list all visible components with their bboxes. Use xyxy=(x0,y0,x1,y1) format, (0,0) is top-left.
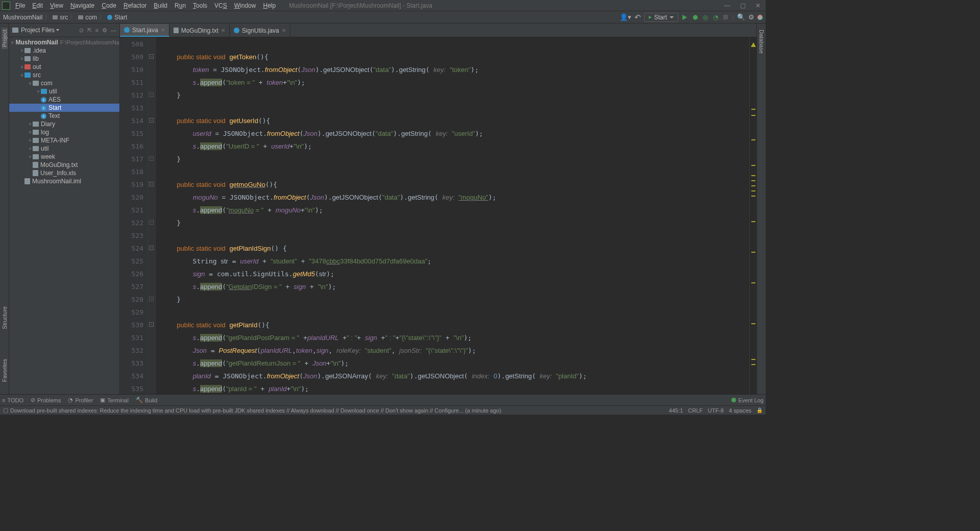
left-tool-tabs: Project Structure Favorites xyxy=(0,23,9,394)
editor-tabs: Start.java✕MoGuDing.txt✕SignUtils.java✕ xyxy=(120,23,756,37)
menu-navigate[interactable]: Navigate xyxy=(67,1,97,10)
dropdown-icon xyxy=(56,29,59,31)
menu-window[interactable]: Window xyxy=(231,1,259,10)
run-button[interactable] xyxy=(681,14,689,21)
event-log-tab[interactable]: Event Log xyxy=(738,397,764,403)
editor-tab[interactable]: MoGuDing.txt✕ xyxy=(169,24,230,37)
favorites-tool-tab[interactable]: Favorites xyxy=(2,357,8,384)
profiler-tab[interactable]: ◔ Profiler xyxy=(68,397,93,403)
crumb-3[interactable]: Start xyxy=(114,14,127,21)
tree-item[interactable]: vcom xyxy=(9,79,119,87)
tree-item[interactable]: >Diary xyxy=(9,120,119,128)
structure-tool-tab[interactable]: Structure xyxy=(2,304,8,331)
tree-item[interactable]: User_Info.xls xyxy=(9,169,119,177)
settings-icon[interactable]: ⚙ xyxy=(102,27,107,34)
tree-item[interactable]: >META-INF xyxy=(9,136,119,144)
code-editor[interactable]: public static void getToken(){ token = J… xyxy=(156,37,749,394)
warning-icon xyxy=(751,42,756,47)
line-separator[interactable]: CRLF xyxy=(688,407,703,414)
project-panel-header: Project Files ⊙ ⇱ ≡ ⚙ — xyxy=(9,23,119,37)
editor-tab[interactable]: SignUtils.java✕ xyxy=(230,24,290,37)
readonly-lock-icon[interactable]: 🔒 xyxy=(756,407,763,414)
menu-tools[interactable]: Tools xyxy=(190,1,210,10)
tree-item[interactable]: >log xyxy=(9,128,119,136)
folder-icon xyxy=(53,15,58,19)
minimize-button[interactable]: — xyxy=(720,0,735,11)
terminal-tab[interactable]: ▣ Terminal xyxy=(100,397,129,403)
code-with-me-icon[interactable] xyxy=(757,15,763,20)
tree-item[interactable]: >week xyxy=(9,153,119,161)
tree-item[interactable]: MoGuDing.txt xyxy=(9,161,119,169)
stop-button[interactable] xyxy=(722,14,729,21)
status-bar: ▢ Download pre-built shared indexes: Red… xyxy=(0,405,766,415)
tree-item[interactable]: cStart xyxy=(9,104,119,112)
run-config-selector[interactable]: Start xyxy=(644,13,678,22)
project-tree[interactable]: v MushroomNail F:\Porject\MushroomNa >.i… xyxy=(9,37,119,394)
class-icon xyxy=(107,15,112,20)
crumb-1[interactable]: src xyxy=(60,14,68,21)
indent-info[interactable]: 4 spaces xyxy=(729,407,751,414)
fold-gutter[interactable]: −−−−−−−−− xyxy=(148,37,156,394)
cursor-position[interactable]: 445:1 xyxy=(669,407,683,414)
menu-help[interactable]: Help xyxy=(260,1,279,10)
menu-code[interactable]: Code xyxy=(99,1,119,10)
breadcrumb[interactable]: MushroomNail〉 src〉 com〉 Start xyxy=(3,13,127,21)
run-config-label: Start xyxy=(654,14,667,21)
menu-refactor[interactable]: Refactor xyxy=(120,1,150,10)
line-number-gutter[interactable]: 508 509 510 511 512 513 514 515 516 517 … xyxy=(120,37,148,394)
build-tab[interactable]: 🔨 Build xyxy=(136,397,157,403)
tree-root[interactable]: v MushroomNail F:\Porject\MushroomNa xyxy=(9,38,119,46)
settings-icon[interactable]: ⚙ xyxy=(748,13,754,21)
navigation-bar: MushroomNail〉 src〉 com〉 Start 👤▾ ↶ Start… xyxy=(0,11,766,23)
crumb-0[interactable]: MushroomNail xyxy=(3,14,42,21)
menu-run[interactable]: Run xyxy=(172,1,189,10)
problems-tab[interactable]: ⊘ Problems xyxy=(31,397,61,403)
tree-item[interactable]: >util xyxy=(9,144,119,153)
tree-item[interactable]: cAES xyxy=(9,95,119,104)
collapse-all-icon[interactable]: ≡ xyxy=(95,27,99,33)
menu-edit[interactable]: Edit xyxy=(29,1,46,10)
main-menu: File Edit View Navigate Code Refactor Bu… xyxy=(12,1,279,10)
folder-icon xyxy=(78,15,83,19)
event-log-icon xyxy=(731,398,736,402)
menu-build[interactable]: Build xyxy=(151,1,170,10)
maximize-button[interactable]: ▢ xyxy=(735,0,750,11)
todo-tab[interactable]: ≡ TODO xyxy=(2,397,23,403)
tree-item[interactable]: >util xyxy=(9,87,119,95)
error-stripe[interactable] xyxy=(749,37,756,394)
crumb-2[interactable]: com xyxy=(85,14,97,21)
editor-area: Start.java✕MoGuDing.txt✕SignUtils.java✕ … xyxy=(120,23,756,394)
tree-item[interactable]: >.idea xyxy=(9,46,119,55)
menu-view[interactable]: View xyxy=(47,1,66,10)
profile-button[interactable]: ◔ xyxy=(712,14,719,21)
expand-all-icon[interactable]: ⇱ xyxy=(87,27,92,34)
tree-item[interactable]: vout xyxy=(9,63,119,71)
dropdown-icon xyxy=(670,16,674,18)
close-button[interactable]: ✕ xyxy=(750,0,766,11)
tree-item[interactable]: >lib xyxy=(9,55,119,63)
folder-icon xyxy=(12,28,18,33)
tree-item[interactable]: cText xyxy=(9,112,119,120)
right-tool-tabs: Database xyxy=(756,23,766,394)
menu-file[interactable]: File xyxy=(12,1,28,10)
title-bar: File Edit View Navigate Code Refactor Bu… xyxy=(0,0,766,11)
select-opened-file-icon[interactable]: ⊙ xyxy=(79,27,84,34)
window-title: MushroomNail [F:\Porject\MushroomNail] -… xyxy=(289,2,432,9)
editor-tab[interactable]: Start.java✕ xyxy=(120,24,169,37)
file-encoding[interactable]: UTF-8 xyxy=(708,407,724,414)
project-view-selector[interactable]: Project Files xyxy=(21,27,59,34)
menu-vcs[interactable]: VCS xyxy=(211,1,230,10)
status-icon[interactable]: ▢ xyxy=(3,407,8,414)
run-icon xyxy=(649,16,652,19)
coverage-button[interactable]: ◎ xyxy=(702,14,709,21)
hide-icon[interactable]: — xyxy=(111,27,116,33)
database-tool-tab[interactable]: Database xyxy=(758,28,765,56)
debug-button[interactable]: ⬢ xyxy=(692,14,699,21)
search-icon[interactable]: 🔍 xyxy=(737,13,745,21)
status-message[interactable]: Download pre-built shared indexes: Reduc… xyxy=(10,407,669,414)
user-icon[interactable]: 👤▾ xyxy=(620,13,631,21)
project-tool-tab[interactable]: Project xyxy=(2,28,8,49)
tree-item[interactable]: MushroomNail.iml xyxy=(9,177,119,185)
nav-back-icon[interactable]: ↶ xyxy=(634,13,641,22)
tree-item[interactable]: vsrc xyxy=(9,71,119,79)
